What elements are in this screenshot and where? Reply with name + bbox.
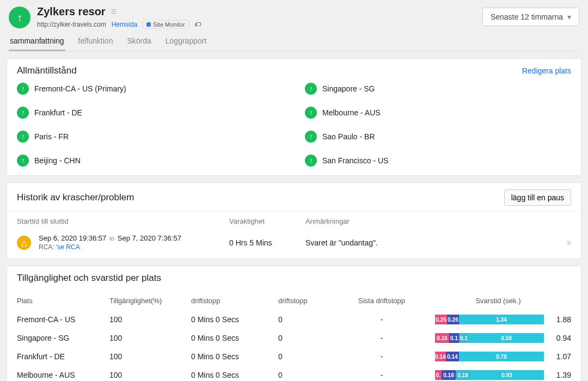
outage-duration: 0 Hrs 5 Mins (229, 238, 305, 247)
bar-segment: 0.16 (435, 333, 449, 343)
up-icon (17, 131, 29, 143)
bar-segment: 0.18 (456, 370, 470, 380)
monitor-badge: Site Monitor (143, 20, 189, 29)
bar-segment: 0.1 (449, 333, 459, 343)
cell-lastdown: - (338, 371, 425, 379)
up-icon (305, 83, 317, 95)
bar-segment: 0.25 (435, 315, 447, 324)
location-item: Singapore - SG (305, 83, 571, 95)
rca-prefix: RCA: (39, 243, 54, 251)
cell-downcount: 0 (278, 315, 338, 324)
outage-start: Sep 6, 2020 19:36:57 (39, 234, 106, 242)
badge-dot-icon (146, 22, 151, 27)
history-row: △ Sep 6, 2020 19:36:57 to Sep 7, 2020 7:… (7, 229, 581, 259)
timerange-label: Senaste 12 timmarna (491, 13, 563, 21)
cell-downtime: 0 Mins 0 Secs (191, 334, 278, 342)
tab-malfunction[interactable]: felfunktion (77, 36, 114, 51)
responsetime-bar: 0.160.10.10.58 (435, 333, 544, 343)
cell-lastdown: - (338, 334, 425, 342)
up-icon (305, 131, 317, 143)
cell-responsetime: 0.250.261.341.88 (425, 315, 571, 324)
col-downtime: driftstopp (191, 297, 278, 305)
status-up-icon (9, 7, 30, 28)
homepage-link[interactable]: Hemsida (112, 21, 137, 28)
cell-downcount: 0 (278, 371, 338, 379)
cell-lastdown: - (338, 352, 425, 361)
edit-location-link[interactable]: Redigera plats (522, 66, 571, 75)
timerange-select[interactable]: Senaste 12 timmarna ▾ (482, 8, 579, 26)
bar-segment: 0.14 (435, 352, 446, 361)
bar-segment: 0.1 (459, 333, 469, 343)
availability-card: Tillgänglighet och svarstid per plats Pl… (7, 266, 581, 381)
to-label: to (109, 235, 114, 242)
location-label: Paris - FR (34, 132, 69, 141)
bar-segment: 0.58 (469, 333, 544, 343)
location-item: Fremont-CA - US (Primary) (17, 83, 283, 95)
cell-downtime: 0 Mins 0 Secs (191, 352, 278, 361)
cell-availability: 100 (109, 352, 191, 361)
warning-icon: △ (17, 236, 31, 250)
col-lastdown: Sista driftstopp (338, 297, 425, 305)
location-label: Beijing - CHN (34, 156, 81, 165)
col-availability: Tillgänglighet(%) (109, 297, 191, 305)
availability-row: Melbourne - AUS1000 Mins 0 Secs0-0.0.180… (7, 366, 581, 381)
location-item: Melbourne - AUS (305, 107, 571, 119)
bar-segment: 0.18 (442, 370, 456, 380)
site-title: Zylkers resor (37, 5, 106, 18)
location-item: Beijing - CHN (17, 155, 283, 167)
cell-downcount: 0 (278, 334, 338, 342)
tab-logreport[interactable]: Loggrapport (164, 36, 208, 51)
cell-downcount: 0 (278, 352, 338, 361)
rca-link[interactable]: 'se RCA (56, 243, 80, 251)
general-status-card: Allmäntillstånd Redigera plats Fremont-C… (7, 58, 581, 176)
tag-icon[interactable]: 🏷 (194, 21, 201, 28)
menu-icon[interactable]: ≡ (111, 6, 117, 17)
cell-availability: 100 (109, 315, 191, 324)
tab-summary[interactable]: sammanfattning (9, 36, 65, 51)
responsetime-total: 1.39 (548, 371, 571, 379)
bar-segment: 1.34 (459, 315, 544, 324)
up-icon (17, 83, 29, 95)
row-menu-icon[interactable]: ≡ (567, 238, 571, 247)
cell-responsetime: 0.0.180.180.931.39 (425, 370, 571, 380)
location-item: Paris - FR (17, 131, 283, 143)
up-icon (305, 155, 317, 167)
cell-downtime: 0 Mins 0 Secs (191, 371, 278, 379)
history-card: Historik av krascher/problem lägg till e… (7, 182, 581, 259)
location-item: Frankfurt - DE (17, 107, 283, 119)
availability-row: Fremont-CA - US1000 Mins 0 Secs0-0.250.2… (7, 310, 581, 329)
cell-availability: 100 (109, 334, 191, 342)
bar-segment: 0.26 (447, 315, 459, 324)
col-start: Starttid till sluttid (17, 217, 229, 225)
chevron-down-icon: ▾ (567, 13, 571, 21)
cell-availability: 100 (109, 371, 191, 379)
outage-remarks: Svaret är "undantag". (305, 238, 567, 247)
bar-segment: 0.93 (470, 370, 544, 380)
up-icon (305, 107, 317, 119)
cell-location: Frankfurt - DE (17, 352, 109, 361)
col-responsetime: Svarstid (sek.) (425, 297, 571, 305)
location-item: Sao Paulo - BR (305, 131, 571, 143)
add-pause-button[interactable]: lägg till en paus (504, 189, 571, 206)
history-title: Historik av krascher/problem (17, 192, 134, 203)
availability-row: Singapore - SG1000 Mins 0 Secs0-0.160.10… (7, 329, 581, 347)
cell-responsetime: 0.160.10.10.580.94 (425, 333, 571, 343)
responsetime-bar: 0.250.261.34 (435, 315, 544, 324)
cell-downtime: 0 Mins 0 Secs (191, 315, 278, 324)
availability-title: Tillgänglighet och svarstid per plats (17, 273, 161, 284)
location-label: Singapore - SG (322, 84, 375, 93)
monitor-badge-label: Site Monitor (153, 21, 185, 28)
general-status-title: Allmäntillstånd (17, 65, 77, 76)
responsetime-total: 1.88 (548, 315, 571, 324)
outage-end: Sep 7, 2020 7:36:57 (118, 234, 181, 242)
location-label: Melbourne - AUS (322, 108, 381, 117)
col-duration: Varaktighet (229, 217, 305, 225)
site-url: http://zylker-travels.com (37, 21, 106, 28)
cell-location: Singapore - SG (17, 334, 109, 342)
location-label: Frankfurt - DE (34, 108, 82, 117)
up-icon (17, 107, 29, 119)
col-downcount: driftstopp (278, 297, 338, 305)
cell-responsetime: 0.140.140.781.07 (425, 352, 571, 361)
bar-segment: 0. (435, 370, 442, 380)
tab-harvest[interactable]: Skörda (126, 36, 152, 51)
